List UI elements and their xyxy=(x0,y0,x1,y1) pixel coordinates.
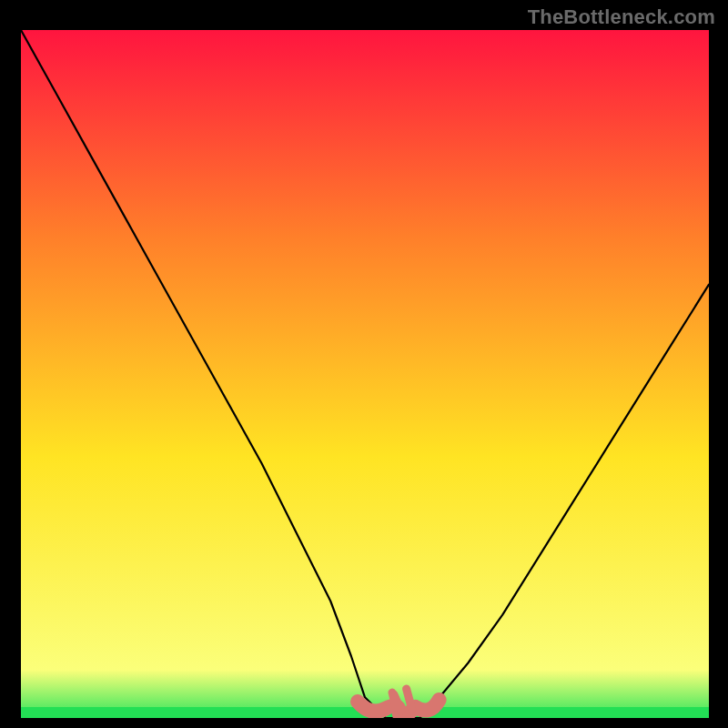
plot-area xyxy=(21,30,709,718)
plot-svg xyxy=(21,30,709,718)
attribution-text: TheBottleneck.com xyxy=(528,5,715,29)
gradient-background xyxy=(21,30,709,718)
chart-root: TheBottleneck.com xyxy=(0,0,728,728)
